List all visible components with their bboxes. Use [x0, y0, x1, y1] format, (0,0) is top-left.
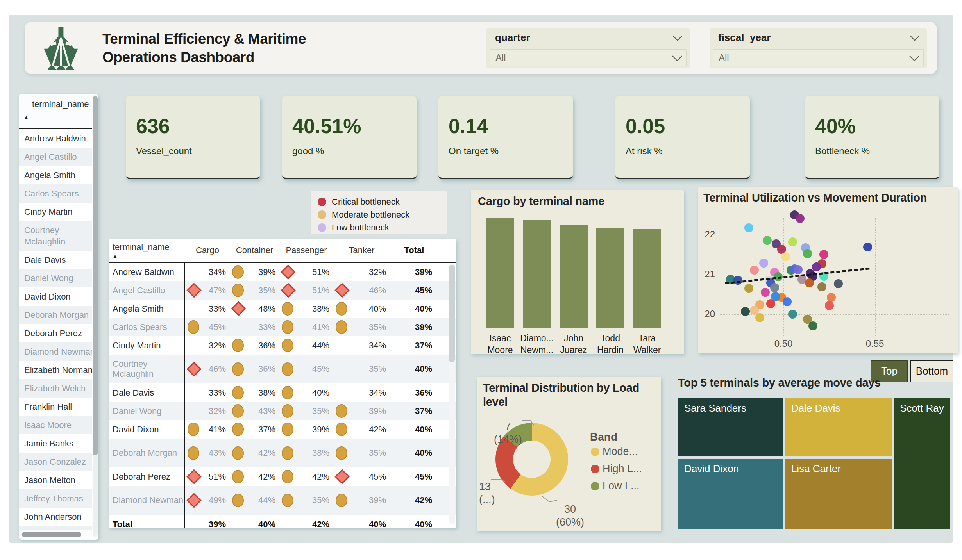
sort-ascending-icon[interactable]: ▲: [23, 114, 29, 120]
scatter-point[interactable]: [763, 236, 772, 245]
slicer-item[interactable]: Elizabeth Welch: [19, 379, 92, 398]
scatter-point[interactable]: [808, 321, 817, 330]
slicer-item[interactable]: Jamie Banks: [19, 434, 92, 453]
slicer-item[interactable]: Jeffrey Thomas: [19, 489, 92, 508]
slicer-header[interactable]: terminal_name ▲: [19, 94, 92, 129]
slicer-item[interactable]: John Bridges: [19, 526, 92, 530]
bottom-toggle-button[interactable]: Bottom: [910, 360, 953, 382]
treemap-box-scott-ray[interactable]: Scott Ray: [894, 398, 950, 529]
bottleneck-legend: Critical bottleneckModerate bottleneckLo…: [311, 191, 447, 234]
filter-fiscal-year[interactable]: fiscal_year All: [710, 28, 927, 68]
treemap-box-lisa-carter[interactable]: Lisa Carter: [785, 459, 892, 529]
column-header-tanker[interactable]: Tanker: [333, 245, 390, 255]
treemap-box-david-dixon[interactable]: David Dixon: [678, 459, 783, 529]
slicer-item[interactable]: Elizabeth Norman: [19, 361, 92, 379]
column-header-terminal_name[interactable]: terminal_name▲: [109, 242, 185, 259]
slicer-item[interactable]: Courtney Mclaughlin: [19, 221, 92, 251]
donut-legend-item[interactable]: Low L...: [591, 480, 640, 492]
treemap-box-dale-davis[interactable]: Dale Davis: [785, 398, 892, 456]
scatter-point[interactable]: [788, 310, 797, 319]
scatter-point[interactable]: [827, 293, 836, 302]
scatter-point[interactable]: [770, 283, 779, 292]
sort-ascending-icon[interactable]: ▲: [113, 253, 185, 259]
donut-legend-item[interactable]: High L...: [591, 463, 642, 475]
table-row[interactable]: Courtney Mclaughlin46%36%45%35%40%: [109, 355, 456, 383]
scatter-point[interactable]: [761, 288, 770, 297]
slicer-item[interactable]: Jason Melton: [19, 471, 92, 489]
chevron-down-icon[interactable]: [909, 51, 919, 61]
table-row[interactable]: Deborah Morgan43%42%38%35%40%: [109, 439, 456, 467]
matrix-scrollbar-thumb[interactable]: [449, 265, 455, 362]
slicer-item[interactable]: Angel Castillo: [19, 148, 92, 166]
chevron-down-icon[interactable]: [672, 51, 682, 61]
matrix-header-row[interactable]: terminal_name▲CargoContainerPassengerTan…: [109, 239, 456, 263]
scatter-point[interactable]: [744, 284, 753, 293]
table-row[interactable]: Carlos Spears45%33%41%35%39%: [109, 318, 456, 336]
slicer-item[interactable]: Daniel Wong: [19, 269, 92, 287]
table-row[interactable]: Angel Castillo47%35%51%46%45%: [109, 281, 456, 300]
filter-quarter-label: quarter: [495, 32, 530, 44]
scatter-point[interactable]: [803, 249, 812, 258]
chevron-down-icon[interactable]: [672, 31, 682, 41]
column-header-cargo[interactable]: Cargo: [185, 245, 230, 255]
slicer-vertical-scrollbar-thumb[interactable]: [93, 96, 98, 455]
scatter-point[interactable]: [825, 301, 834, 310]
slicer-item[interactable]: Jason Gonzalez: [19, 453, 92, 471]
scatter-point[interactable]: [741, 307, 750, 316]
scatter-point[interactable]: [788, 237, 797, 246]
slicer-item[interactable]: Angela Smith: [19, 166, 92, 184]
scatter-point[interactable]: [817, 282, 826, 291]
treemap-box-sara-sanders[interactable]: Sara Sanders: [678, 398, 783, 456]
terminal-name-slicer[interactable]: terminal_name ▲ Andrew BaldwinAngel Cast…: [19, 94, 98, 540]
scatter-point[interactable]: [805, 278, 814, 287]
scatter-point[interactable]: [863, 243, 872, 251]
slicer-item[interactable]: Andrew Baldwin: [19, 129, 92, 148]
bar-diamo...-newm...[interactable]: [523, 220, 551, 328]
table-row[interactable]: Andrew Baldwin34%39%51%32%39%: [109, 263, 456, 281]
donut-legend-item[interactable]: Mode...: [591, 446, 638, 458]
scatter-point[interactable]: [750, 266, 759, 275]
slicer-item[interactable]: Carlos Spears: [19, 184, 92, 203]
slicer-item[interactable]: Cindy Martin: [19, 203, 92, 221]
slicer-item[interactable]: Deborah Morgan: [19, 306, 92, 324]
filter-quarter[interactable]: quarter All: [486, 28, 690, 68]
filter-quarter-value[interactable]: All: [490, 49, 687, 66]
scatter-point[interactable]: [794, 265, 803, 274]
slicer-horizontal-scrollbar-thumb[interactable]: [22, 532, 81, 537]
scatter-point[interactable]: [796, 214, 805, 223]
scatter-point[interactable]: [759, 259, 768, 268]
filter-fiscal-year-value[interactable]: All: [713, 49, 924, 66]
bar-todd-hardin[interactable]: [596, 228, 624, 328]
column-header-container[interactable]: Container: [230, 245, 279, 255]
slicer-item[interactable]: John Anderson: [19, 508, 92, 526]
bar-john-juarez[interactable]: [560, 225, 588, 328]
slicer-item[interactable]: Isaac Moore: [19, 416, 92, 434]
scatter-point[interactable]: [744, 223, 753, 232]
table-row[interactable]: Dale Davis33%38%40%34%36%: [109, 383, 456, 402]
bar-tara-walker[interactable]: [633, 229, 661, 328]
scatter-point[interactable]: [781, 252, 790, 261]
slicer-item[interactable]: Deborah Perez: [19, 324, 92, 342]
chevron-down-icon[interactable]: [910, 31, 919, 41]
table-row[interactable]: Daniel Wong32%43%35%39%37%: [109, 402, 456, 420]
scatter-point[interactable]: [783, 297, 792, 306]
table-row[interactable]: Diamond Newman49%44%35%39%42%: [109, 486, 456, 515]
slicer-item[interactable]: Dale Davis: [19, 251, 92, 269]
table-row[interactable]: David Dixon41%37%39%42%40%: [109, 420, 456, 439]
slicer-item[interactable]: Franklin Hall: [19, 398, 92, 416]
bar-isaac-moore[interactable]: [486, 218, 514, 328]
scatter-point[interactable]: [755, 313, 764, 322]
slicer-item[interactable]: Diamond Newman: [19, 342, 92, 361]
scatter-point[interactable]: [733, 276, 742, 285]
table-row[interactable]: Angela Smith33%48%38%40%40%: [109, 300, 456, 318]
column-header-passenger[interactable]: Passenger: [279, 245, 333, 255]
scatter-point[interactable]: [834, 279, 843, 288]
row-data-cell: 42%: [230, 470, 279, 483]
column-header-total[interactable]: Total: [390, 245, 438, 255]
scatter-point[interactable]: [766, 299, 775, 308]
critical-bottleneck-icon: [231, 301, 246, 316]
table-row[interactable]: Cindy Martin32%36%44%34%37%: [109, 336, 456, 355]
scatter-point[interactable]: [819, 250, 828, 259]
table-row[interactable]: Deborah Perez51%42%42%45%45%: [109, 467, 456, 486]
slicer-item[interactable]: David Dixon: [19, 287, 92, 306]
